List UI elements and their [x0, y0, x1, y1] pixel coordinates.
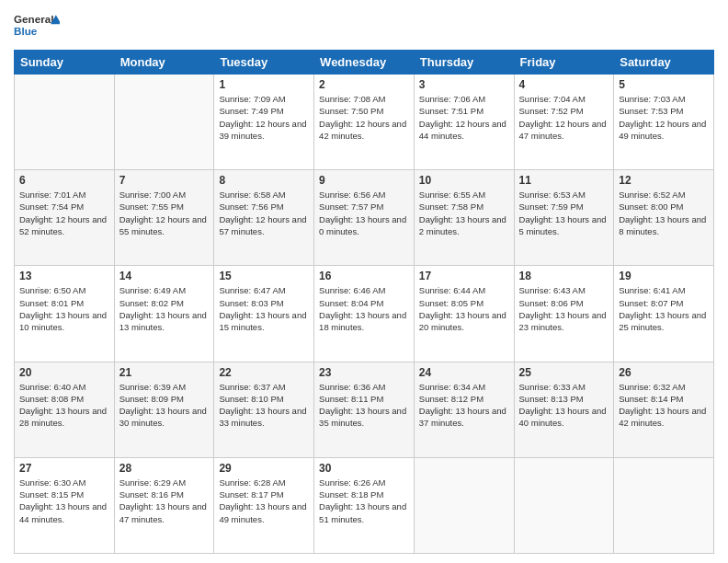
logo: General Blue [14, 9, 60, 42]
day-number: 3 [419, 78, 509, 91]
calendar-cell [614, 457, 714, 553]
day-info: Sunrise: 6:34 AMSunset: 8:12 PMDaylight:… [419, 381, 509, 430]
day-info: Sunrise: 6:50 AMSunset: 8:01 PMDaylight:… [19, 284, 109, 333]
day-info: Sunrise: 6:47 AMSunset: 8:03 PMDaylight:… [219, 284, 309, 333]
day-header: Wednesday [314, 51, 415, 75]
calendar-cell: 12Sunrise: 6:52 AMSunset: 8:00 PMDayligh… [614, 170, 714, 266]
calendar-cell: 29Sunrise: 6:28 AMSunset: 8:17 PMDayligh… [214, 457, 314, 553]
calendar-cell: 3Sunrise: 7:06 AMSunset: 7:51 PMDaylight… [414, 75, 514, 170]
calendar-table: SundayMondayTuesdayWednesdayThursdayFrid… [14, 50, 714, 554]
day-info: Sunrise: 6:39 AMSunset: 8:09 PMDaylight:… [119, 381, 210, 430]
day-info: Sunrise: 7:04 AMSunset: 7:52 PMDaylight:… [519, 93, 609, 142]
calendar-cell: 17Sunrise: 6:44 AMSunset: 8:05 PMDayligh… [414, 266, 514, 362]
calendar-cell: 9Sunrise: 6:56 AMSunset: 7:57 PMDaylight… [314, 170, 415, 266]
day-header: Sunday [15, 51, 115, 75]
calendar-cell: 14Sunrise: 6:49 AMSunset: 8:02 PMDayligh… [114, 266, 214, 362]
calendar-cell [514, 457, 614, 553]
day-info: Sunrise: 6:26 AMSunset: 8:18 PMDaylight:… [319, 477, 409, 525]
calendar-row: 27Sunrise: 6:30 AMSunset: 8:15 PMDayligh… [15, 457, 714, 553]
day-info: Sunrise: 6:43 AMSunset: 8:06 PMDaylight:… [519, 284, 609, 333]
day-number: 18 [519, 270, 609, 282]
day-info: Sunrise: 6:41 AMSunset: 8:07 PMDaylight:… [619, 284, 709, 333]
logo-svg: General Blue [14, 9, 60, 42]
svg-text:General: General [14, 13, 53, 25]
day-number: 7 [119, 174, 210, 187]
calendar-cell: 20Sunrise: 6:40 AMSunset: 8:08 PMDayligh… [15, 362, 115, 457]
day-number: 30 [319, 462, 409, 475]
day-number: 29 [219, 462, 309, 475]
day-number: 1 [219, 78, 309, 91]
day-number: 27 [19, 462, 109, 475]
day-header: Friday [514, 51, 614, 75]
calendar-row: 20Sunrise: 6:40 AMSunset: 8:08 PMDayligh… [15, 362, 714, 457]
day-header: Saturday [614, 51, 714, 75]
day-number: 5 [619, 78, 709, 91]
day-number: 10 [419, 174, 509, 187]
day-number: 6 [19, 174, 109, 187]
day-info: Sunrise: 6:49 AMSunset: 8:02 PMDaylight:… [119, 284, 210, 333]
calendar-cell: 22Sunrise: 6:37 AMSunset: 8:10 PMDayligh… [214, 362, 314, 457]
day-info: Sunrise: 7:00 AMSunset: 7:55 PMDaylight:… [119, 189, 210, 237]
day-info: Sunrise: 6:32 AMSunset: 8:14 PMDaylight:… [619, 381, 709, 430]
day-number: 4 [519, 78, 609, 91]
svg-text:Blue: Blue [14, 25, 38, 37]
day-info: Sunrise: 6:58 AMSunset: 7:56 PMDaylight:… [219, 189, 309, 237]
day-info: Sunrise: 6:36 AMSunset: 8:11 PMDaylight:… [319, 381, 409, 430]
day-number: 20 [19, 366, 109, 379]
calendar-cell: 10Sunrise: 6:55 AMSunset: 7:58 PMDayligh… [414, 170, 514, 266]
day-number: 13 [19, 270, 109, 282]
day-number: 9 [319, 174, 409, 187]
calendar-cell: 21Sunrise: 6:39 AMSunset: 8:09 PMDayligh… [114, 362, 214, 457]
day-number: 17 [419, 270, 509, 282]
day-info: Sunrise: 6:56 AMSunset: 7:57 PMDaylight:… [319, 189, 409, 237]
day-info: Sunrise: 6:29 AMSunset: 8:16 PMDaylight:… [119, 477, 210, 525]
day-number: 28 [119, 462, 210, 475]
page: General Blue SundayMondayTuesdayWednesda… [0, 0, 728, 563]
day-header: Thursday [414, 51, 514, 75]
day-info: Sunrise: 6:37 AMSunset: 8:10 PMDaylight:… [219, 381, 309, 430]
day-number: 12 [619, 174, 709, 187]
day-number: 11 [519, 174, 609, 187]
day-info: Sunrise: 7:09 AMSunset: 7:49 PMDaylight:… [219, 93, 309, 142]
calendar-row: 6Sunrise: 7:01 AMSunset: 7:54 PMDaylight… [15, 170, 714, 266]
day-info: Sunrise: 6:44 AMSunset: 8:05 PMDaylight:… [419, 284, 509, 333]
calendar-cell: 13Sunrise: 6:50 AMSunset: 8:01 PMDayligh… [15, 266, 115, 362]
day-number: 22 [219, 366, 309, 379]
day-number: 2 [319, 78, 409, 91]
calendar-row: 1Sunrise: 7:09 AMSunset: 7:49 PMDaylight… [15, 75, 714, 170]
calendar-cell: 27Sunrise: 6:30 AMSunset: 8:15 PMDayligh… [15, 457, 115, 553]
day-number: 26 [619, 366, 709, 379]
day-info: Sunrise: 6:28 AMSunset: 8:17 PMDaylight:… [219, 477, 309, 525]
calendar-cell: 8Sunrise: 6:58 AMSunset: 7:56 PMDaylight… [214, 170, 314, 266]
day-info: Sunrise: 6:30 AMSunset: 8:15 PMDaylight:… [19, 477, 109, 525]
day-info: Sunrise: 6:53 AMSunset: 7:59 PMDaylight:… [519, 189, 609, 237]
calendar-cell: 1Sunrise: 7:09 AMSunset: 7:49 PMDaylight… [214, 75, 314, 170]
calendar-cell: 2Sunrise: 7:08 AMSunset: 7:50 PMDaylight… [314, 75, 415, 170]
calendar-cell [15, 75, 115, 170]
calendar-cell: 7Sunrise: 7:00 AMSunset: 7:55 PMDaylight… [114, 170, 214, 266]
day-number: 8 [219, 174, 309, 187]
day-info: Sunrise: 6:55 AMSunset: 7:58 PMDaylight:… [419, 189, 509, 237]
day-number: 25 [519, 366, 609, 379]
day-header: Monday [114, 51, 214, 75]
day-info: Sunrise: 7:03 AMSunset: 7:53 PMDaylight:… [619, 93, 709, 142]
calendar-cell: 11Sunrise: 6:53 AMSunset: 7:59 PMDayligh… [514, 170, 614, 266]
day-info: Sunrise: 6:52 AMSunset: 8:00 PMDaylight:… [619, 189, 709, 237]
header-row: SundayMondayTuesdayWednesdayThursdayFrid… [15, 51, 714, 75]
day-number: 14 [119, 270, 210, 282]
day-info: Sunrise: 6:46 AMSunset: 8:04 PMDaylight:… [319, 284, 409, 333]
calendar-cell: 6Sunrise: 7:01 AMSunset: 7:54 PMDaylight… [15, 170, 115, 266]
calendar-cell: 15Sunrise: 6:47 AMSunset: 8:03 PMDayligh… [214, 266, 314, 362]
day-number: 16 [319, 270, 409, 282]
calendar-cell: 19Sunrise: 6:41 AMSunset: 8:07 PMDayligh… [614, 266, 714, 362]
day-header: Tuesday [214, 51, 314, 75]
calendar-cell: 16Sunrise: 6:46 AMSunset: 8:04 PMDayligh… [314, 266, 415, 362]
calendar-cell: 4Sunrise: 7:04 AMSunset: 7:52 PMDaylight… [514, 75, 614, 170]
calendar-cell [414, 457, 514, 553]
calendar-cell: 25Sunrise: 6:33 AMSunset: 8:13 PMDayligh… [514, 362, 614, 457]
calendar-cell: 28Sunrise: 6:29 AMSunset: 8:16 PMDayligh… [114, 457, 214, 553]
day-info: Sunrise: 6:40 AMSunset: 8:08 PMDaylight:… [19, 381, 109, 430]
day-info: Sunrise: 7:01 AMSunset: 7:54 PMDaylight:… [19, 189, 109, 237]
calendar-cell: 26Sunrise: 6:32 AMSunset: 8:14 PMDayligh… [614, 362, 714, 457]
day-info: Sunrise: 6:33 AMSunset: 8:13 PMDaylight:… [519, 381, 609, 430]
